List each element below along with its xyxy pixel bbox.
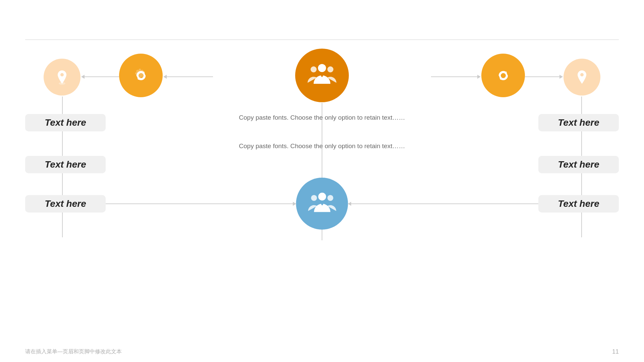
- svg-point-11: [318, 192, 326, 200]
- top-divider: [25, 40, 619, 40]
- arrow-center-right: [431, 76, 480, 77]
- diagram-wrapper: Copy paste fonts. Choose the only option…: [25, 49, 619, 283]
- gear-refresh-icon-left: [130, 65, 152, 86]
- gear-refresh-icon-right: [492, 65, 514, 86]
- team-icon-bottom: [307, 191, 337, 217]
- circle-bottom-center: [296, 178, 348, 230]
- footer-text: 请在插入菜单—页眉和页脚中修改此文本: [25, 348, 122, 355]
- arrow-right-outer: [525, 76, 562, 77]
- circle-center-large: [295, 49, 349, 102]
- svg-point-6: [327, 66, 333, 72]
- svg-point-1: [60, 73, 64, 76]
- text-box-left-mid: Text here: [25, 156, 106, 173]
- svg-marker-14: [321, 200, 323, 205]
- svg-point-4: [318, 64, 326, 72]
- text-box-left-top: Text here: [25, 114, 106, 131]
- text-box-right-bot: Text here: [538, 195, 619, 213]
- footer: 请在插入菜单—页眉和页脚中修改此文本 11: [25, 348, 619, 355]
- circle-left-medium: [119, 54, 163, 97]
- circle-right-small: [564, 59, 600, 96]
- text-box-right-top: Text here: [538, 114, 619, 131]
- svg-marker-7: [321, 72, 323, 77]
- circle-right-medium: [481, 54, 525, 97]
- center-text-1: Copy paste fonts. Choose the only option…: [239, 114, 405, 121]
- arrow-center-left: [164, 76, 213, 77]
- svg-point-10: [580, 73, 584, 76]
- svg-point-5: [311, 66, 317, 72]
- svg-point-13: [327, 195, 333, 201]
- center-text-2: Copy paste fonts. Choose the only option…: [239, 142, 405, 150]
- location-icon-left: [53, 68, 71, 86]
- text-box-right-mid: Text here: [538, 156, 619, 173]
- text-box-left-bot: Text here: [25, 195, 106, 213]
- page-number: 11: [612, 348, 619, 355]
- arrow-left-outer: [82, 76, 119, 77]
- circle-left-small: [44, 59, 80, 96]
- location-icon-right: [573, 68, 591, 86]
- svg-point-12: [311, 195, 317, 201]
- team-icon-center: [307, 62, 337, 89]
